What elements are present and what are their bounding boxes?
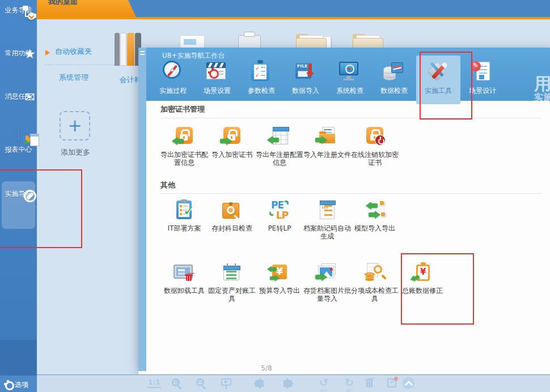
tool-online-revoke-soft-cert[interactable]: 在线注销软加密证书 <box>351 126 399 167</box>
tool-import-annual-reg-file[interactable]: 导入年注册文件 <box>303 126 351 167</box>
nav-item-scene-design[interactable]: 场景设计 <box>460 57 505 101</box>
tab-underline <box>37 17 550 19</box>
tab-my-desktop[interactable]: 我的桌面 <box>37 0 136 17</box>
model-transfer-icon <box>362 199 387 222</box>
tool-label: 导出年注册配置信息 <box>256 151 303 167</box>
cert-revoke-icon <box>362 126 387 148</box>
section-divider <box>160 193 541 194</box>
edit-button[interactable] <box>387 378 396 387</box>
coins-search-icon <box>362 262 387 284</box>
implementation-workbench-panel: U8+实施导航工作台 实施过程 场景设置 参数检查 <box>138 48 550 371</box>
other-tools-row-2: 数据卸载工具 固定资产对账工具 预算导入导出 存货档案图片批量导入 <box>160 262 446 302</box>
tool-fixed-asset-reconcile[interactable]: 固定资产对账工具 <box>208 262 256 302</box>
rotate-degree-label: 90° <box>346 386 353 392</box>
rotate-right-button[interactable]: 90° <box>345 378 358 391</box>
monitor-check-icon <box>337 60 362 83</box>
cert-tools-row: 导出加密证书配置信息 导入加密证书 导出年注册配置信息 导入年注册文件 <box>160 126 399 167</box>
nav-item-label: 场景设置 <box>195 86 239 96</box>
doc-edit-icon <box>470 60 495 83</box>
tab-label: 我的桌面 <box>37 0 136 7</box>
collapse-button[interactable] <box>403 377 414 389</box>
table-export-icon <box>267 126 292 148</box>
rotate-left-button[interactable]: 90° <box>319 378 333 391</box>
nav-item-label: 数据检查 <box>372 86 416 96</box>
nav-item-implementation-process[interactable]: 实施过程 <box>151 57 195 101</box>
nav-item-data-import[interactable]: 数据导入 <box>284 57 328 101</box>
tool-gl-data-fix[interactable]: 总账数据修正 <box>399 262 446 302</box>
cert-import-icon <box>219 126 244 148</box>
nav-item-implementation-tools[interactable]: 实施工具 <box>416 57 460 101</box>
notification-dot <box>394 377 398 381</box>
envelope-search-icon <box>219 199 244 222</box>
tool-sealed-subject-check[interactable]: 存封科目检查 <box>208 199 256 240</box>
clipboard-yen-icon <box>410 262 435 284</box>
collapse-arrow-icon[interactable] <box>45 50 50 56</box>
tool-label: 总账数据修正 <box>399 287 446 295</box>
zoom-out-button[interactable] <box>196 378 204 386</box>
file-import-icon <box>293 60 318 83</box>
nav-item-label: 参数检查 <box>239 86 284 96</box>
numbered-list-icon <box>315 199 340 222</box>
tool-export-annual-reg-config[interactable]: 导出年注册配置信息 <box>256 126 303 167</box>
clapperboard-icon <box>205 60 230 83</box>
tool-inventory-image-batch-import[interactable]: 存货档案图片批量导入 <box>303 262 351 302</box>
tool-it-deploy-plan[interactable]: IT部署方案 <box>160 199 208 240</box>
add-more-label: 添加更多 <box>52 147 99 157</box>
sidebar: 业务导航 常用功能 消息任务 报表中心 实施导航 选项 <box>0 0 37 392</box>
sidebar-item-implementation-nav[interactable]: 实施导航 <box>0 185 37 199</box>
zoom-actual-button[interactable]: 1:1 <box>147 378 161 388</box>
presentation-button[interactable] <box>221 378 231 386</box>
options-label: 选项 <box>15 380 28 390</box>
tool-label: 固定资产对账工具 <box>208 287 256 302</box>
options-button[interactable]: 选项 <box>0 375 37 392</box>
delete-button[interactable] <box>365 377 374 388</box>
nav-item-label: 实施过程 <box>151 86 195 96</box>
clipboard-check-icon <box>172 199 197 222</box>
nav-item-label: 数据导入 <box>284 86 328 96</box>
nav-item-label: 实施工具 <box>416 86 460 96</box>
tool-archive-mnemonic-autogen[interactable]: 档案助记码自动生成 <box>303 199 351 240</box>
tool-label: IT部署方案 <box>160 224 208 232</box>
tool-itemized-cost-check[interactable]: 分项成本检查工具 <box>351 262 399 302</box>
tool-label: 模型导入导出 <box>351 224 399 232</box>
watermark-text: 实施 <box>534 92 550 104</box>
tool-label: 档案助记码自动生成 <box>303 224 351 240</box>
ledger-icon <box>219 262 244 284</box>
prev-button[interactable] <box>248 378 265 389</box>
rotate-degree-label: 90° <box>320 386 327 392</box>
panel-drag-handle[interactable] <box>138 48 146 371</box>
auto-favorites-label[interactable]: 自动收藏夹 <box>55 46 92 57</box>
gear-icon <box>4 380 12 388</box>
section-divider <box>160 118 541 118</box>
nav-item-scene-settings[interactable]: 场景设置 <box>195 57 239 101</box>
bottom-toolbar: 1:1 90° 90° <box>37 374 550 392</box>
sidebar-item-message-tasks[interactable]: 消息任务 <box>0 87 37 101</box>
folder-import-icon <box>315 126 340 148</box>
nav-item-parameter-check[interactable]: 参数检查 <box>239 57 284 101</box>
nav-item-data-check[interactable]: 数据检查 <box>372 57 416 101</box>
tool-label: 在线注销软加密证书 <box>351 151 399 167</box>
section-heading: 其他 <box>160 180 175 190</box>
tool-export-cert-config[interactable]: 导出加密证书配置信息 <box>160 126 208 167</box>
tool-import-cert[interactable]: 导入加密证书 <box>208 126 256 167</box>
tool-label: 存封科目检查 <box>208 224 256 232</box>
tool-model-import-export[interactable]: 模型导入导出 <box>351 199 399 240</box>
tool-pe-to-lp[interactable]: PE转LP <box>256 199 303 240</box>
sidebar-item-favorites[interactable]: 常用功能 <box>0 44 37 58</box>
nav-item-system-check[interactable]: 系统检查 <box>328 57 372 101</box>
tool-data-unload[interactable]: 数据卸载工具 <box>160 262 208 302</box>
checklist-icon <box>249 60 274 83</box>
next-button[interactable] <box>282 378 299 389</box>
zoom-in-button[interactable] <box>172 378 180 386</box>
tool-label: 导出加密证书配置信息 <box>160 151 208 167</box>
sidebar-item-report-center[interactable]: 报表中心 <box>0 130 37 155</box>
panel-nav: 实施过程 场景设置 参数检查 数据导入 <box>151 57 505 101</box>
desktop-icon-label[interactable]: 系统管理 <box>48 73 99 83</box>
tool-label: 预算导入导出 <box>256 287 303 295</box>
nav-item-label: 场景设计 <box>460 86 505 96</box>
compass-icon <box>160 60 185 83</box>
add-more-button[interactable] <box>60 111 90 140</box>
picture-import-icon <box>315 262 340 284</box>
expand-chevron-icon[interactable] <box>28 12 35 20</box>
tool-budget-import-export[interactable]: 预算导入导出 <box>256 262 303 302</box>
